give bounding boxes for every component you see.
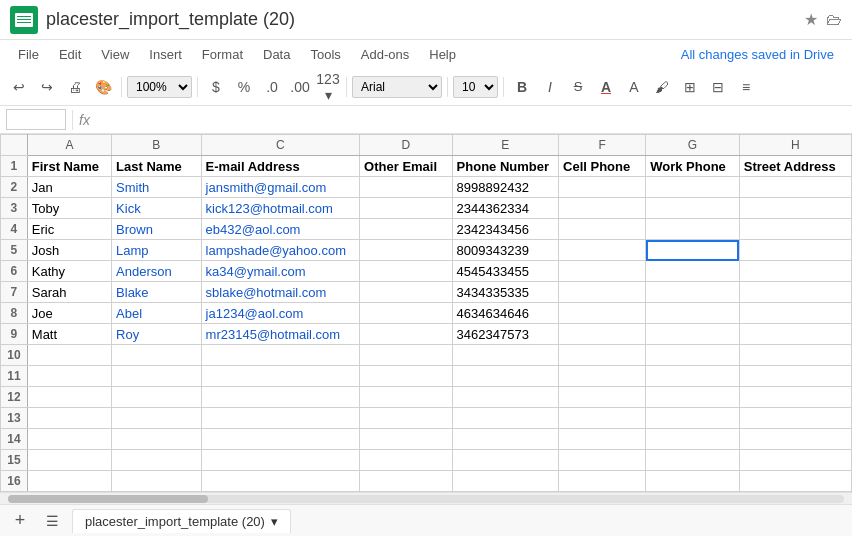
row-number[interactable]: 4 [1, 219, 28, 240]
cell[interactable] [27, 366, 111, 387]
cell[interactable] [646, 324, 740, 345]
cell[interactable] [360, 198, 453, 219]
row-number[interactable]: 9 [1, 324, 28, 345]
cell[interactable] [646, 450, 740, 471]
folder-icon[interactable]: 🗁 [826, 11, 842, 29]
cell[interactable] [739, 219, 851, 240]
cell[interactable] [452, 429, 558, 450]
menu-edit[interactable]: Edit [51, 44, 89, 65]
cell[interactable] [360, 303, 453, 324]
cell[interactable] [452, 408, 558, 429]
print-button[interactable]: 🖨 [62, 74, 88, 100]
cell[interactable]: Other Email [360, 156, 453, 177]
cell[interactable] [739, 282, 851, 303]
cell[interactable] [559, 471, 646, 492]
cell[interactable]: Jan [27, 177, 111, 198]
cell[interactable]: kick123@hotmail.com [201, 198, 360, 219]
borders-button[interactable]: ⊞ [677, 74, 703, 100]
cell[interactable]: 4545433455 [452, 261, 558, 282]
row-number[interactable]: 14 [1, 429, 28, 450]
cell[interactable] [559, 303, 646, 324]
cell[interactable] [646, 240, 740, 261]
cell[interactable] [27, 345, 111, 366]
cell[interactable]: Last Name [112, 156, 202, 177]
cell[interactable] [201, 471, 360, 492]
cell[interactable]: Kathy [27, 261, 111, 282]
cell[interactable] [559, 219, 646, 240]
cell[interactable] [646, 282, 740, 303]
menu-insert[interactable]: Insert [141, 44, 190, 65]
cell[interactable] [360, 282, 453, 303]
cell[interactable] [360, 177, 453, 198]
cell[interactable]: ka34@ymail.com [201, 261, 360, 282]
row-number[interactable]: 16 [1, 471, 28, 492]
cell[interactable] [559, 387, 646, 408]
cell[interactable]: Smith [112, 177, 202, 198]
row-number[interactable]: 8 [1, 303, 28, 324]
cell[interactable] [739, 450, 851, 471]
cell[interactable] [646, 261, 740, 282]
cell[interactable]: 3434335335 [452, 282, 558, 303]
menu-addons[interactable]: Add-ons [353, 44, 417, 65]
menu-file[interactable]: File [10, 44, 47, 65]
cell[interactable]: E-mail Address [201, 156, 360, 177]
row-number[interactable]: 13 [1, 408, 28, 429]
cell[interactable] [360, 324, 453, 345]
cell[interactable]: Toby [27, 198, 111, 219]
menu-view[interactable]: View [93, 44, 137, 65]
cell[interactable]: sblake@hotmail.com [201, 282, 360, 303]
cell[interactable] [646, 219, 740, 240]
percent-button[interactable]: % [231, 74, 257, 100]
paintformat-button[interactable]: 🎨 [90, 74, 116, 100]
sheet-list-button[interactable]: ☰ [40, 509, 64, 533]
cell[interactable] [646, 408, 740, 429]
cell[interactable] [360, 450, 453, 471]
menu-data[interactable]: Data [255, 44, 298, 65]
cell[interactable]: Anderson [112, 261, 202, 282]
cell[interactable] [452, 471, 558, 492]
cell[interactable] [559, 240, 646, 261]
cell[interactable] [739, 471, 851, 492]
cell[interactable] [739, 429, 851, 450]
cell[interactable] [27, 408, 111, 429]
menu-tools[interactable]: Tools [302, 44, 348, 65]
cell[interactable] [201, 387, 360, 408]
cell[interactable] [646, 366, 740, 387]
decimal00-button[interactable]: .00 [287, 74, 313, 100]
underline-button[interactable]: A [593, 74, 619, 100]
cell[interactable] [112, 429, 202, 450]
cell[interactable] [201, 408, 360, 429]
cell[interactable] [112, 408, 202, 429]
font-select[interactable]: Arial Times New Roman [352, 76, 442, 98]
strikethrough-button[interactable]: S [565, 74, 591, 100]
cell[interactable]: 2344362334 [452, 198, 558, 219]
cell[interactable]: Matt [27, 324, 111, 345]
menu-format[interactable]: Format [194, 44, 251, 65]
cell[interactable]: Lamp [112, 240, 202, 261]
cell[interactable] [739, 345, 851, 366]
cell[interactable]: Street Address [739, 156, 851, 177]
cell[interactable] [201, 345, 360, 366]
currency-button[interactable]: $ [203, 74, 229, 100]
col-header-a[interactable]: A [27, 135, 111, 156]
col-header-c[interactable]: C [201, 135, 360, 156]
cell[interactable] [452, 450, 558, 471]
cell[interactable] [646, 303, 740, 324]
cell[interactable] [739, 324, 851, 345]
row-number[interactable]: 10 [1, 345, 28, 366]
cell[interactable] [112, 471, 202, 492]
sheet-container[interactable]: A B C D E F G H 1First NameLast NameE-ma… [0, 134, 852, 492]
menu-help[interactable]: Help [421, 44, 464, 65]
merge-button[interactable]: ⊟ [705, 74, 731, 100]
cell[interactable] [452, 366, 558, 387]
cell[interactable]: ja1234@aol.com [201, 303, 360, 324]
cell[interactable] [360, 387, 453, 408]
cell[interactable] [360, 366, 453, 387]
cell[interactable] [112, 366, 202, 387]
scrollbar-thumb[interactable] [8, 495, 208, 503]
col-header-h[interactable]: H [739, 135, 851, 156]
cell[interactable] [201, 429, 360, 450]
row-number[interactable]: 11 [1, 366, 28, 387]
cell[interactable]: 8009343239 [452, 240, 558, 261]
zoom-select[interactable]: 100% 75% 150% [127, 76, 192, 98]
